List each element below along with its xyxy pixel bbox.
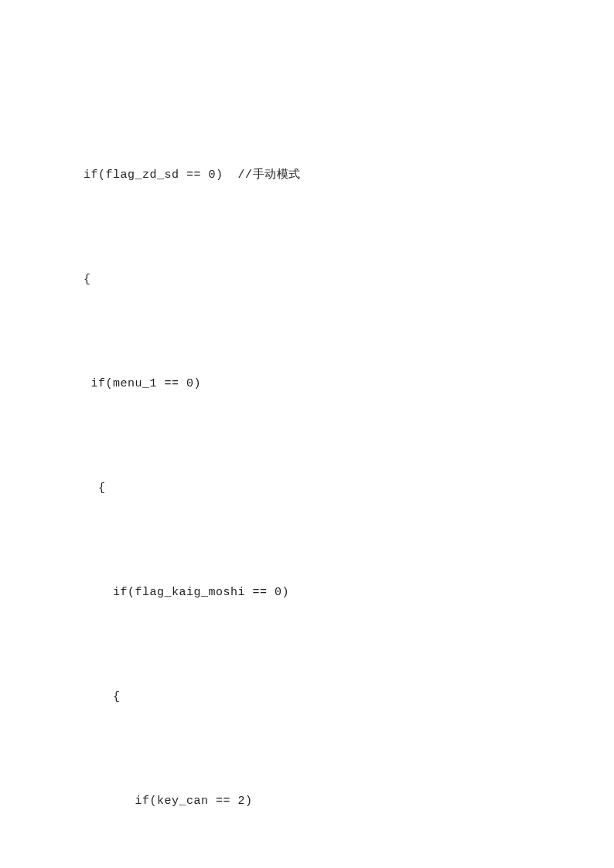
code-line: if(menu_1 == 0) [84, 366, 614, 401]
code-line: if(flag_zd_sd == 0) //手动模式 [84, 158, 614, 192]
code-line: if(key_can == 2) [84, 784, 614, 819]
code-line: { [84, 679, 614, 714]
code-line: { [84, 262, 614, 297]
code-line: if(flag_kaig_moshi == 0) [84, 575, 614, 610]
code-block: if(flag_zd_sd == 0) //手动模式 { if(menu_1 =… [0, 0, 614, 868]
code-line: { [84, 471, 614, 505]
